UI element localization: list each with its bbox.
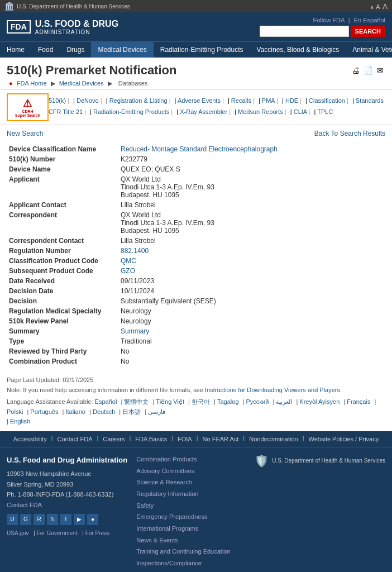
summary-label: Summary xyxy=(7,326,118,336)
footer-link-regulatory[interactable]: Regulatory Information xyxy=(136,489,246,499)
subnav-classification[interactable]: Classification xyxy=(309,97,348,104)
subnav-medsun[interactable]: Medsun Reports xyxy=(238,108,286,115)
device-classification-name-value: Reduced- Montage Standard Electroencepha… xyxy=(118,144,385,154)
summary-link[interactable]: Summary xyxy=(121,327,149,335)
sub-nav-row1: 510(k) | DeNovo | Registration & Listing… xyxy=(49,96,385,107)
lang-chinese[interactable]: 繁體中文 xyxy=(124,398,149,405)
subnav-adverse[interactable]: Adverse Events xyxy=(178,97,224,104)
subnav-510k[interactable]: 510(k) xyxy=(49,97,69,104)
correspondent-contact-value: Lilla Strobel xyxy=(118,236,385,246)
facebook-icon[interactable]: f xyxy=(60,514,71,525)
footer-link-safety[interactable]: Safety xyxy=(136,500,246,511)
lang-polish[interactable]: Polski xyxy=(7,408,23,415)
footer-website-policies[interactable]: Website Policies / Privacy xyxy=(307,435,381,444)
email-icon[interactable]: ✉ xyxy=(375,65,385,75)
breadcrumb-home[interactable]: FDA Home xyxy=(17,80,47,87)
subnav-denovo[interactable]: DeNovo xyxy=(77,97,102,104)
footer-careers[interactable]: Careers xyxy=(101,435,127,444)
footer-link-state[interactable]: State & Local Officials xyxy=(136,570,246,572)
summary-value: Summary xyxy=(118,326,385,336)
nav-animal[interactable]: Animal & Veterinary xyxy=(346,42,392,58)
back-to-results-link[interactable]: Back To Search Results xyxy=(314,130,385,137)
youtube-icon[interactable]: ▶ xyxy=(74,514,85,525)
footer-link-emergency[interactable]: Emergency Preparedness xyxy=(136,512,246,522)
downloading-viewers-link[interactable]: Instructions for Downloading Viewers and… xyxy=(205,387,342,393)
lang-korean[interactable]: 한국어 xyxy=(192,398,210,405)
font-size-controls[interactable]: a A A xyxy=(370,2,388,11)
lang-russian[interactable]: Русский xyxy=(246,398,269,405)
lang-haitian[interactable]: Kreyòl Ayisyen xyxy=(299,398,340,405)
lang-vietnamese[interactable]: Tiếng Việt xyxy=(156,398,184,405)
search-input[interactable] xyxy=(260,26,349,37)
lang-german[interactable]: Deutsch xyxy=(93,408,115,415)
footer-contact-fda-link[interactable]: Contact FDA xyxy=(7,502,42,508)
lang-italian[interactable]: Italiano xyxy=(65,408,85,415)
footer-accessibility[interactable]: Accessibility xyxy=(11,435,49,444)
breadcrumb-devices[interactable]: Medical Devices xyxy=(59,80,104,87)
twitter-icon[interactable]: 𝕏 xyxy=(47,514,58,525)
subnav-pma[interactable]: PMA xyxy=(262,97,278,104)
subnav-tplc[interactable]: TPLC xyxy=(317,108,333,115)
print-icon[interactable]: 🖨 xyxy=(351,65,361,75)
follow-fda-link[interactable]: Follow FDA xyxy=(313,17,345,23)
regulation-medical-specialty-value: Neurology xyxy=(118,306,385,316)
decision-date-label: Decision Date xyxy=(7,286,118,296)
flickr-icon[interactable]: ● xyxy=(87,514,98,525)
device-classification-name-link[interactable]: Reduced- Montage Standard Electroencepha… xyxy=(121,145,278,153)
footer-nondiscrimination[interactable]: Nondiscrimination xyxy=(247,435,300,444)
table-row: Subsequent Product Code GZO xyxy=(7,266,385,276)
table-row: Applicant Contact Lilla Strobel xyxy=(7,200,385,210)
subnav-xray[interactable]: X-Ray Assembler xyxy=(180,108,231,115)
footer-link-advisory[interactable]: Advisory Committees xyxy=(136,466,246,476)
pdf-icon[interactable]: 📄 xyxy=(363,65,373,75)
nav-food[interactable]: Food xyxy=(31,42,60,58)
subsequent-product-code-link[interactable]: GZO xyxy=(121,267,135,275)
fda-title-line2: ADMINISTRATION xyxy=(35,29,118,35)
lang-espanol[interactable]: Español xyxy=(95,398,117,405)
lang-japanese[interactable]: 日本語 xyxy=(122,408,141,415)
rss-icon[interactable]: R xyxy=(34,514,45,525)
review-panel-label: 510k Review Panel xyxy=(7,316,118,326)
subnav-standards[interactable]: Standards xyxy=(356,97,384,104)
new-search-link[interactable]: New Search xyxy=(7,130,43,137)
search-button[interactable]: SEARCH xyxy=(351,26,385,37)
subnav-cfr[interactable]: CFR Title 21 xyxy=(49,108,86,115)
footer-contact-fda[interactable]: Contact FDA xyxy=(55,435,95,444)
lang-portuguese[interactable]: Português xyxy=(30,408,58,415)
lang-tagalog[interactable]: Tagalog xyxy=(217,398,239,405)
footer-no-fear[interactable]: No FEAR Act xyxy=(200,435,241,444)
footer-link-science[interactable]: Science & Research xyxy=(136,477,246,488)
subnav-hde[interactable]: HDE xyxy=(285,97,302,104)
nav-medical-devices[interactable]: Medical Devices xyxy=(91,42,153,58)
usagov-link[interactable]: USA.gov xyxy=(7,530,28,536)
lang-french[interactable]: Français xyxy=(347,398,370,405)
subsequent-product-code-label: Subsequent Product Code xyxy=(7,266,118,276)
usagov-icon[interactable]: U xyxy=(7,514,18,525)
footer-link-training[interactable]: Training and Continuing Education xyxy=(136,546,246,557)
classification-product-code-link[interactable]: QMC xyxy=(121,257,136,265)
for-government-link[interactable]: For Government xyxy=(37,530,78,536)
footer-link-news[interactable]: News & Events xyxy=(136,535,246,546)
nav-drugs[interactable]: Drugs xyxy=(60,42,91,58)
lang-farsi[interactable]: فارسی xyxy=(148,408,165,415)
subnav-registration[interactable]: Registration & Listing xyxy=(109,97,171,104)
footer-link-combination[interactable]: Combination Products xyxy=(136,454,246,465)
footer-link-inspections[interactable]: Inspections/Compliance xyxy=(136,558,246,569)
nav-home[interactable]: Home xyxy=(0,42,31,58)
subnav-clia[interactable]: CLIA xyxy=(294,108,310,115)
footer-fda-basics[interactable]: FDA Basics xyxy=(133,435,169,444)
regulation-number-link[interactable]: 882.1400 xyxy=(121,247,149,255)
date-received-value: 09/11/2023 xyxy=(118,276,385,286)
lang-arabic[interactable]: العربية xyxy=(276,398,292,405)
lang-english[interactable]: English xyxy=(10,418,30,425)
header-links: Follow FDA | En Español xyxy=(313,17,386,23)
for-press-link[interactable]: For Press xyxy=(85,530,109,536)
footer-link-international[interactable]: International Programs xyxy=(136,523,246,534)
subnav-recalls[interactable]: Recalls xyxy=(231,97,255,104)
govd-icon[interactable]: G xyxy=(20,514,31,525)
footer-foia[interactable]: FOIA xyxy=(175,435,194,444)
en-espanol-link[interactable]: En Español xyxy=(354,17,385,23)
subnav-radiation-products[interactable]: Radiation-Emitting Products xyxy=(93,108,173,115)
nav-vaccines[interactable]: Vaccines, Blood & Biologics xyxy=(250,42,346,58)
nav-radiation[interactable]: Radiation-Emitting Products xyxy=(154,42,250,58)
